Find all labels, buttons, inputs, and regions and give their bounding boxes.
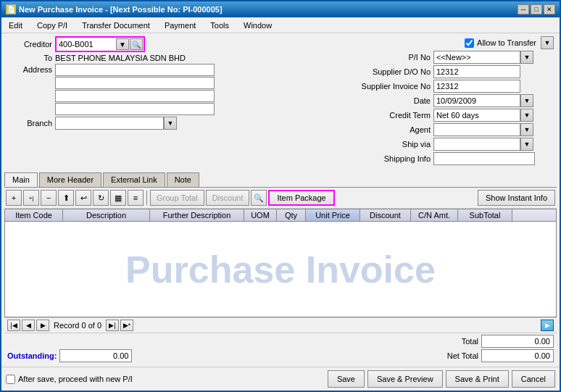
col-description: Description	[63, 209, 150, 221]
menu-window[interactable]: Window	[239, 20, 276, 31]
address-line-4[interactable]	[55, 103, 215, 115]
address-fields	[55, 64, 215, 115]
address-line-3[interactable]	[55, 90, 215, 102]
col-item-code: Item Code	[5, 209, 63, 221]
tab-note[interactable]: Note	[167, 172, 199, 187]
branch-dropdown-btn[interactable]: ▼	[164, 117, 177, 130]
group-total-btn[interactable]: Group Total	[150, 190, 204, 206]
save-preview-button[interactable]: Save & Preview	[367, 370, 443, 388]
creditor-input[interactable]	[57, 38, 115, 50]
address-line-2[interactable]	[55, 77, 215, 89]
bottom-section: Total Outstanding: Net Total	[4, 333, 557, 364]
copy-row-btn[interactable]: ⬆	[58, 190, 74, 206]
menu-tools[interactable]: Tools	[206, 20, 233, 31]
creditor-search-btn[interactable]: 🔍	[130, 38, 143, 50]
supplier-do-row: Supplier D/O No	[354, 65, 557, 78]
col-unit-price: Unit Price	[306, 209, 360, 221]
supplier-do-input[interactable]	[433, 65, 520, 78]
insert-row-btn[interactable]: +|	[23, 190, 39, 206]
pi-no-dropdown[interactable]: ▼	[520, 51, 533, 64]
col-subtotal: SubTotal	[458, 209, 512, 221]
date-dropdown[interactable]: ▼	[520, 94, 533, 107]
date-row: Date ▼	[354, 94, 557, 107]
save-print-button[interactable]: Save & Print	[446, 370, 509, 388]
totals-row: Total	[7, 335, 554, 348]
undo-btn[interactable]: ↩	[75, 190, 91, 206]
add-row-btn[interactable]: +	[6, 190, 22, 206]
outstanding-row: Outstanding:	[7, 349, 132, 362]
total-value	[481, 335, 554, 348]
allow-transfer-dropdown[interactable]: ▼	[541, 36, 554, 49]
to-row: To BEST PHONE MALAYSIA SDN BHD	[4, 54, 348, 62]
branch-input[interactable]	[55, 117, 164, 130]
supplier-invoice-label: Supplier Invoice No	[354, 82, 433, 91]
address-label: Address	[4, 64, 55, 74]
search-btn[interactable]: 🔍	[251, 190, 267, 206]
nav-scroll-right[interactable]: ▶	[541, 320, 554, 331]
creditor-dropdown-btn[interactable]: ▼	[116, 38, 129, 50]
agent-dropdown[interactable]: ▼	[520, 123, 533, 136]
maximize-button[interactable]: □	[531, 4, 542, 14]
content-area: Creditor ▼ 🔍 To BEST PHONE MALAYSIA SDN …	[1, 33, 560, 367]
toolbar-sep-1	[146, 191, 147, 205]
creditor-input-group: ▼ 🔍	[55, 36, 145, 52]
menu-payment[interactable]: Payment	[160, 20, 200, 31]
allow-transfer-checkbox[interactable]	[465, 38, 474, 48]
nav-first-btn[interactable]: |◀	[7, 320, 20, 331]
credit-term-input[interactable]	[433, 109, 520, 122]
net-total-value	[481, 349, 554, 362]
date-input[interactable]	[433, 94, 520, 107]
credit-term-dropdown[interactable]: ▼	[520, 109, 533, 122]
creditor-label: Creditor	[4, 40, 55, 49]
tab-more-header[interactable]: More Header	[39, 172, 101, 187]
menu-copy-pi[interactable]: Copy P/I	[33, 20, 72, 31]
col-uom: UOM	[244, 209, 277, 221]
pi-no-row: P/I No ▼	[354, 51, 557, 64]
app-icon: 📄	[6, 4, 16, 14]
to-label: To	[4, 54, 55, 62]
supplier-do-label: Supplier D/O No	[354, 67, 433, 76]
menu-bar: Edit Copy P/I Transfer Document Payment …	[1, 17, 560, 33]
minimize-button[interactable]: ─	[518, 4, 529, 14]
discount-btn[interactable]: Discount	[206, 190, 250, 206]
outstanding-label: Outstanding:	[7, 351, 57, 360]
delete-row-btn[interactable]: −	[41, 190, 57, 206]
save-button[interactable]: Save	[328, 370, 365, 388]
grid-view-btn[interactable]: ▦	[110, 190, 126, 206]
refresh-btn[interactable]: ↻	[93, 190, 109, 206]
nav-last-btn[interactable]: ▶|	[106, 320, 119, 331]
title-bar: 📄 New Purchase Invoice - [Next Possible …	[1, 1, 560, 17]
nav-prev-btn[interactable]: ◀	[22, 320, 35, 331]
grid-header: Item Code Description Further Descriptio…	[5, 209, 556, 222]
shipping-info-row: Shipping Info	[354, 152, 557, 165]
tab-external-link[interactable]: External Link	[103, 172, 165, 187]
net-total-label: Net Total	[435, 351, 478, 360]
close-button[interactable]: ✕	[544, 4, 555, 14]
allow-transfer-label: Allow to Transfer	[477, 38, 536, 47]
item-package-btn[interactable]: Item Package	[268, 190, 334, 206]
shipping-info-input[interactable]	[433, 152, 535, 165]
credit-term-row: Credit Term ▼	[354, 109, 557, 122]
col-cn-amt: C/N Amt.	[411, 209, 458, 221]
col-discount: Discount	[360, 209, 411, 221]
show-instant-info-btn[interactable]: Show Instant Info	[478, 190, 555, 206]
menu-transfer-document[interactable]: Transfer Document	[78, 20, 154, 31]
nav-next-btn[interactable]: ▶	[36, 320, 49, 331]
agent-input[interactable]	[433, 123, 520, 136]
tab-main[interactable]: Main	[4, 172, 38, 187]
ship-via-label: Ship via	[354, 140, 433, 149]
cancel-button[interactable]: Cancel	[512, 370, 555, 388]
supplier-invoice-input[interactable]	[433, 80, 520, 93]
pi-no-input[interactable]	[433, 51, 520, 64]
proceed-new-checkbox[interactable]	[6, 375, 15, 384]
list-view-btn[interactable]: ≡	[128, 190, 144, 206]
grid-toolbar: + +| − ⬆ ↩ ↻ ▦ ≡ Group Total Discount 🔍 …	[4, 188, 557, 209]
main-window: 📄 New Purchase Invoice - [Next Possible …	[0, 0, 561, 392]
col-further-description: Further Description	[150, 209, 244, 221]
nav-new-btn[interactable]: ▶*	[120, 320, 133, 331]
ship-via-input[interactable]	[433, 138, 520, 151]
window-title: New Purchase Invoice - [Next Possible No…	[19, 5, 223, 14]
ship-via-dropdown[interactable]: ▼	[520, 138, 533, 151]
address-line-1[interactable]	[55, 64, 215, 76]
menu-edit[interactable]: Edit	[4, 20, 27, 31]
